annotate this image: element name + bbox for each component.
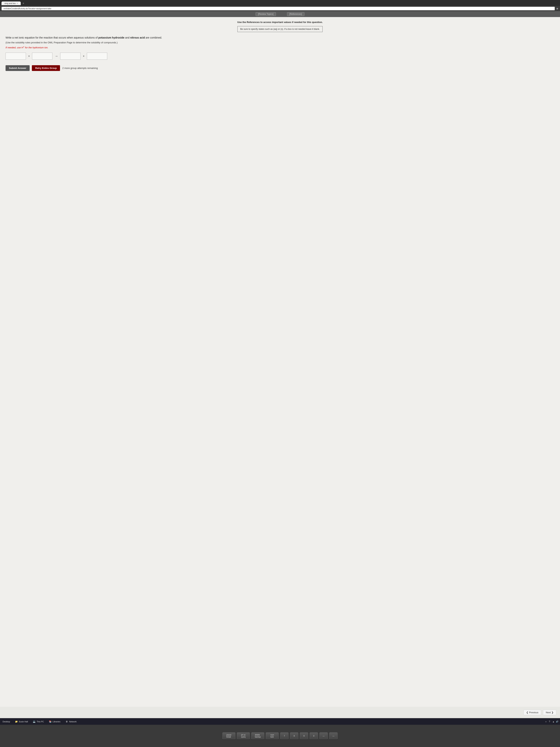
sub-nav-bar: [Review Topics] [References] xyxy=(0,11,560,17)
taskbar-network[interactable]: 🖥 Network xyxy=(64,720,78,723)
previous-label: Previous xyxy=(529,711,538,714)
submit-answer-button[interactable]: Submit Answer xyxy=(5,65,30,71)
libraries-icon: 📚 xyxy=(49,720,52,723)
key-minus[interactable]: — xyxy=(319,732,328,740)
taskbar-libraries[interactable]: 📚 Libraries xyxy=(48,720,61,723)
address-bar-row: ★ xyxy=(0,6,560,11)
key-8[interactable]: 8 xyxy=(290,732,298,740)
plus-sign-1: + xyxy=(28,54,30,58)
next-label: Next xyxy=(546,711,551,714)
equation-row: + → + xyxy=(5,53,555,60)
retry-entire-group-button[interactable]: Retry Entire Group xyxy=(32,65,60,71)
state-note: Be sure to specify states such as (aq) o… xyxy=(237,26,323,32)
taskbar-right-area: » ? ▲ 🔊 xyxy=(545,720,559,723)
next-button[interactable]: Next ❯ xyxy=(543,710,556,715)
tab-title: ning and lea xyxy=(4,2,16,4)
browser-chrome: ning and lea × + ★ xyxy=(0,0,560,11)
chevron-right-icon: ❯ xyxy=(552,711,554,714)
taskbar-signal-icon: ▲ xyxy=(553,721,555,723)
taskbar-volume-icon: 🔊 xyxy=(556,720,559,723)
libraries-label: Libraries xyxy=(53,721,60,723)
key-9[interactable]: 9 xyxy=(300,732,308,740)
taskbar-help-icon[interactable]: ? xyxy=(548,720,551,723)
reaction-arrow: → xyxy=(55,54,58,58)
question-area: Use the References to access important v… xyxy=(0,17,560,707)
previous-button[interactable]: ❮ Previous xyxy=(524,710,541,715)
active-tab[interactable]: ning and lea × xyxy=(1,1,21,5)
taskbar-susie-hall[interactable]: 📁 Susie Hall xyxy=(14,720,29,723)
plus-sign-2: + xyxy=(83,54,84,58)
equation-input-3[interactable] xyxy=(60,53,81,60)
attempts-remaining-text: 2 more group attempts remaining xyxy=(62,67,98,70)
susie-hall-label: Susie Hall xyxy=(19,721,28,723)
network-icon: 🖥 xyxy=(65,720,68,723)
taskbar-this-pc[interactable]: 💻 This PC xyxy=(32,720,45,723)
new-tab-button[interactable]: + xyxy=(21,1,26,6)
tab-close-button[interactable]: × xyxy=(17,2,18,4)
tab-bar: ning and lea × + xyxy=(0,0,560,6)
equation-input-1[interactable] xyxy=(5,53,26,60)
taskbar-desktop[interactable]: Desktop xyxy=(1,720,11,723)
this-pc-label: This PC xyxy=(37,721,44,723)
desktop-label: Desktop xyxy=(3,721,10,723)
key-equal[interactable]: — xyxy=(329,732,338,740)
address-bar-input[interactable] xyxy=(1,7,555,10)
page-content: [Review Topics] [References] Use the Ref… xyxy=(0,11,560,718)
review-topics-button[interactable]: [Review Topics] xyxy=(256,12,276,16)
bookmark-star-icon[interactable]: ★ xyxy=(556,7,559,10)
key-7[interactable]: 7 xyxy=(280,732,289,740)
button-row: Submit Answer Retry Entire Group 2 more … xyxy=(5,65,555,71)
key-break[interactable]: pausebreak xyxy=(222,732,235,740)
taskbar-chevrons: » xyxy=(545,721,546,723)
network-label: Network xyxy=(69,721,77,723)
equation-input-2[interactable] xyxy=(32,53,52,60)
equation-input-4[interactable] xyxy=(87,53,107,60)
keyboard-area: pausebreak prt scsysrq deletebacksp numl… xyxy=(0,725,560,747)
nav-row: ❮ Previous Next ❯ xyxy=(0,707,560,718)
taskbar: Desktop 📁 Susie Hall 💻 This PC 📚 Librari… xyxy=(0,718,560,725)
key-delete[interactable]: deletebacksp xyxy=(251,732,264,740)
chevron-left-icon: ❮ xyxy=(526,711,528,714)
hydronium-note: If needed, use H+ for the hydronium ion. xyxy=(5,46,555,49)
question-sub-text: (Use the solubility rules provided in th… xyxy=(5,41,555,44)
key-num-lock[interactable]: numlock xyxy=(266,732,279,740)
key-0[interactable]: 0 xyxy=(310,732,318,740)
key-pyscrq[interactable]: prt scsysrq xyxy=(237,732,250,740)
pc-icon: 💻 xyxy=(33,720,36,723)
reference-note: Use the References to access important v… xyxy=(5,21,555,24)
question-main-text: Write a net ionic equation for the react… xyxy=(5,36,555,40)
folder-icon: 📁 xyxy=(15,720,18,723)
references-button[interactable]: [References] xyxy=(287,12,304,16)
